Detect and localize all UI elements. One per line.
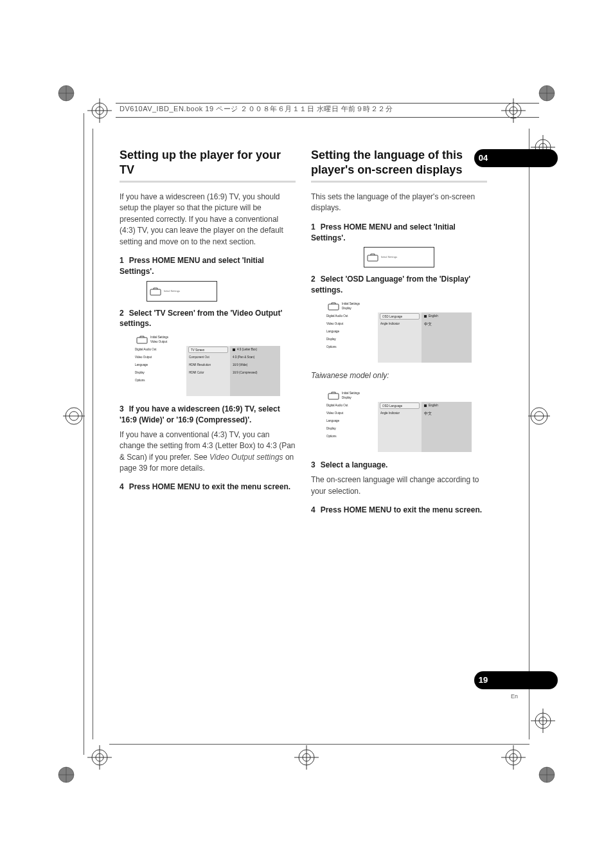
heading-rule (120, 181, 296, 183)
svg-rect-30 (328, 393, 339, 399)
manual-page: DV610AV_IBD_EN.book 19 ページ ２００８年６月１１日 水曜… (0, 0, 613, 868)
menu-item: HDMI Color (186, 369, 230, 377)
right-step1: 1Press HOME MENU and select 'Initial Set… (311, 222, 487, 244)
heading-rule (311, 181, 487, 183)
menu-item: Video Output (132, 354, 186, 361)
menu-item-selected: OSD Language (380, 313, 420, 320)
left-column: Setting up the player for your TV If you… (120, 148, 296, 520)
svg-rect-26 (150, 289, 161, 295)
svg-rect-28 (368, 255, 378, 261)
menu-item: 16:9 (Wide) (230, 361, 280, 369)
page-number: 19 (475, 673, 491, 688)
menu-item: Display (324, 336, 378, 343)
right-column: Setting the language of this player's on… (311, 148, 487, 520)
menu-item: English (422, 312, 472, 320)
toolbox-icon (328, 391, 339, 400)
menu-item: 中文 (422, 410, 472, 417)
crosshair-icon (87, 745, 112, 770)
trim-line (529, 129, 529, 739)
crosshair-icon (87, 98, 112, 123)
left-heading: Setting up the player for your TV (120, 148, 296, 177)
menu-item: Digital Audio Out (324, 402, 378, 410)
bullet-icon (424, 315, 427, 318)
menu-item: Options (132, 377, 186, 384)
menu-item: Language (132, 361, 186, 369)
left-step3-body: If you have a conventional (4:3) TV, you… (120, 429, 296, 475)
right-intro: This sets the language of the player's o… (311, 192, 487, 214)
svg-rect-27 (137, 338, 147, 343)
menu-item: Language (324, 417, 378, 425)
ui-screenshot-video-output: Initial Settings Video Output Digital Au… (132, 333, 280, 396)
ui-top2: Display (342, 396, 351, 399)
left-step1: 1Press HOME MENU and select 'Initial Set… (120, 255, 296, 277)
right-step3-body: The on-screen language will change accor… (311, 475, 487, 497)
ui-top2: Video Output (150, 340, 167, 343)
ui-screenshot-osd-language-tw: Initial Settings Display Digital Audio O… (324, 389, 472, 452)
registration-mark-icon (537, 765, 556, 784)
menu-item: Options (324, 433, 378, 440)
right-step4: 4Press HOME MENU to exit the menu screen… (311, 505, 487, 516)
menu-item: Digital Audio Out (324, 312, 378, 320)
menu-item: 中文 (422, 320, 472, 328)
registration-mark-icon (57, 84, 76, 103)
ui-top1: Initial Settings (342, 302, 360, 305)
menu-item: Display (132, 369, 186, 377)
menu-item: Language (324, 328, 378, 336)
svg-rect-29 (328, 304, 339, 310)
menu-item: English (422, 402, 472, 410)
menu-item-selected: TV Screen (188, 347, 228, 353)
menu-item: 4:3 (Letter Box) (230, 346, 280, 354)
right-step3: 3Select a language. (311, 460, 487, 471)
registration-mark-icon (57, 765, 76, 784)
content-area: Setting up the player for your TV If you… (120, 148, 487, 520)
ui-top2: Display (342, 307, 351, 310)
menu-item: Digital Audio Out (132, 346, 186, 354)
crosshair-icon (531, 709, 555, 733)
right-step2: 2Select 'OSD Language' from the 'Display… (311, 274, 487, 296)
ui-screenshot-initial-settings: Initial Settings (147, 281, 217, 302)
ui-small-label: Initial Settings (164, 289, 180, 293)
trim-line (109, 744, 529, 745)
toolbox-icon (150, 287, 161, 296)
menu-item: Video Output (324, 320, 378, 328)
menu-item-selected: OSD Language (380, 402, 420, 409)
menu-item: Options (324, 343, 378, 351)
crosshair-icon (501, 745, 526, 770)
toolbox-icon (367, 253, 378, 262)
trim-line (84, 113, 84, 755)
menu-item: Angle Indicator (378, 410, 422, 417)
sidemark-icon (63, 405, 85, 427)
menu-item: 16:9 (Compressed) (230, 369, 280, 377)
right-heading: Setting the language of this player's on… (311, 148, 487, 177)
ui-small-label: Initial Settings (381, 256, 397, 259)
menu-item: Display (324, 425, 378, 433)
crosshair-icon (294, 745, 319, 770)
left-step4: 4Press HOME MENU to exit the menu screen… (120, 482, 296, 493)
bullet-icon (233, 348, 235, 351)
page-lang: En (511, 693, 518, 700)
menu-item: Angle Indicator (378, 320, 422, 328)
menu-item: HDMI Resolution (186, 361, 230, 369)
registration-mark-icon (537, 84, 556, 103)
menu-item: Component Out (186, 354, 230, 361)
toolbox-icon (136, 335, 148, 344)
left-step2: 2Select 'TV Screen' from the 'Video Outp… (120, 308, 296, 330)
ui-top1: Initial Settings (150, 336, 168, 339)
left-step3: 3If you have a widescreen (16:9) TV, sel… (120, 404, 296, 426)
bullet-icon (424, 404, 427, 407)
menu-item: 4:3 (Pan & Scan) (230, 354, 280, 361)
left-intro: If you have a widescreen (16:9) TV, you … (120, 192, 296, 248)
toolbox-icon (328, 302, 339, 311)
print-meta-header: DV610AV_IBD_EN.book 19 ページ ２００８年６月１１日 水曜… (116, 103, 539, 120)
print-meta-text: DV610AV_IBD_EN.book 19 ページ ２００８年６月１１日 水曜… (120, 104, 393, 114)
ui-top1: Initial Settings (342, 392, 360, 395)
ui-screenshot-osd-language: Initial Settings Display Digital Audio O… (324, 300, 472, 363)
trim-line (93, 129, 93, 739)
sidemark-icon (528, 405, 550, 427)
ui-screenshot-initial-settings: Initial Settings (364, 247, 434, 267)
page-number-badge: 19 (474, 671, 558, 689)
taiwan-note: Taiwanese model only: (311, 370, 487, 381)
menu-item: Video Output (324, 410, 378, 417)
